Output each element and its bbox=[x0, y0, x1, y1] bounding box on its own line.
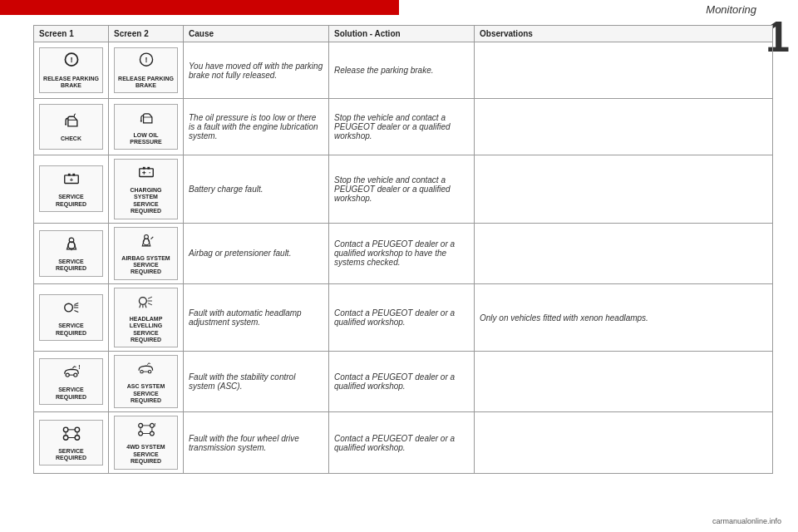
screen1-cell: ! RELEASE PARKINGBRAKE bbox=[34, 42, 109, 99]
screen1-icon-box: ! RELEASE PARKINGBRAKE bbox=[39, 47, 103, 94]
screen1-label: SERVICE REQUIRED bbox=[43, 194, 99, 208]
screen2-icon bbox=[135, 108, 158, 130]
main-content: Screen 1 Screen 2 Cause Solution - Actio… bbox=[33, 25, 773, 507]
screen2-cell: ! 4WD SYSTEMSERVICE REQUIRED bbox=[109, 412, 184, 473]
observations-cell bbox=[475, 352, 773, 412]
screen2-cell: HEADLAMP LEVELLINGSERVICE REQUIRED bbox=[109, 283, 184, 352]
svg-rect-7 bbox=[67, 174, 70, 176]
solution-cell: Contact a PEUGEOT dealer or a qualified … bbox=[329, 223, 475, 283]
solution-cell: Release the parking brake. bbox=[329, 42, 475, 99]
svg-point-19 bbox=[143, 239, 150, 245]
solution-cell: Contact a PEUGEOT dealer or a qualified … bbox=[329, 352, 475, 412]
solution-cell: Contact a PEUGEOT dealer or a qualified … bbox=[329, 412, 475, 473]
screen2-cell: ! RELEASE PARKING BRAKE bbox=[109, 42, 184, 99]
svg-point-18 bbox=[144, 234, 148, 239]
screen2-icon: ! bbox=[135, 52, 158, 73]
svg-point-36 bbox=[63, 427, 68, 432]
svg-text:!: ! bbox=[154, 423, 155, 428]
svg-line-28 bbox=[148, 303, 152, 304]
svg-point-33 bbox=[148, 371, 150, 373]
solution-cell: Stop the vehicle and contact a PEUGEOT d… bbox=[329, 99, 475, 155]
screen1-cell: ! SERVICE REQUIRED bbox=[34, 352, 109, 412]
screen2-icon-box: CHARGING SYSTEMSERVICE REQUIRED bbox=[114, 159, 178, 219]
table-row: ! RELEASE PARKINGBRAKE ! RELEASE PARKING… bbox=[34, 42, 773, 99]
screen1-cell: SERVICE REQUIRED bbox=[34, 412, 109, 473]
screen2-icon-box: ! RELEASE PARKING BRAKE bbox=[114, 47, 178, 94]
table-row: SERVICE REQUIRED ! 4WD SYSTEMSERVICE REQ… bbox=[34, 412, 773, 473]
svg-point-44 bbox=[138, 424, 142, 428]
screen1-icon-box: + SERVICE REQUIRED bbox=[39, 165, 103, 212]
screen2-label: AIRBAG SYSTEMSERVICE REQUIRED bbox=[118, 255, 174, 276]
screen2-label: 4WD SYSTEMSERVICE REQUIRED bbox=[118, 444, 174, 465]
screen1-label: SERVICE REQUIRED bbox=[43, 259, 99, 273]
screen1-icon-box: SERVICE REQUIRED bbox=[39, 420, 103, 466]
screen1-icon bbox=[60, 234, 83, 256]
screen2-icon-box: AIRBAG SYSTEMSERVICE REQUIRED bbox=[114, 227, 178, 280]
svg-rect-11 bbox=[142, 167, 145, 170]
cause-cell: Battery charge fault. bbox=[184, 155, 329, 224]
screen2-label: ASC SYSTEMSERVICE REQUIRED bbox=[118, 383, 174, 404]
cause-cell: Fault with the four wheel drive transmis… bbox=[184, 412, 329, 473]
table-row: + SERVICE REQUIRED CHARGING SYSTEMSERVIC… bbox=[34, 155, 773, 224]
col-observations: Observations bbox=[475, 26, 773, 42]
svg-point-5 bbox=[140, 120, 141, 121]
screen2-icon bbox=[135, 163, 158, 185]
svg-line-24 bbox=[73, 305, 78, 306]
svg-point-43 bbox=[150, 432, 154, 436]
col-cause: Cause bbox=[184, 26, 329, 42]
svg-point-4 bbox=[65, 124, 66, 126]
svg-rect-10 bbox=[139, 169, 153, 177]
col-screen1: Screen 1 bbox=[34, 26, 109, 42]
screen1-cell: + SERVICE REQUIRED bbox=[34, 155, 109, 224]
screen2-icon: ! bbox=[135, 420, 158, 441]
screen2-icon-box: LOW OIL PRESSURE bbox=[114, 104, 178, 150]
cause-cell: You have moved off with the parking brak… bbox=[184, 42, 329, 99]
screen2-cell: CHARGING SYSTEMSERVICE REQUIRED bbox=[109, 155, 184, 224]
svg-point-30 bbox=[73, 374, 76, 377]
screen1-cell: CHECK bbox=[34, 99, 109, 155]
screen1-icon: ! bbox=[60, 362, 83, 384]
screen2-icon-box: HEADLAMP LEVELLINGSERVICE REQUIRED bbox=[114, 288, 178, 348]
svg-point-25 bbox=[139, 297, 146, 304]
screen2-icon bbox=[135, 292, 158, 313]
screen2-label: CHARGING SYSTEMSERVICE REQUIRED bbox=[118, 187, 174, 215]
screen2-cell: LOW OIL PRESSURE bbox=[109, 99, 184, 155]
screen2-label: LOW OIL PRESSURE bbox=[118, 132, 174, 146]
svg-point-32 bbox=[140, 371, 142, 373]
solution-cell: Stop the vehicle and contact a PEUGEOT d… bbox=[329, 155, 475, 224]
svg-point-29 bbox=[66, 374, 69, 377]
svg-point-37 bbox=[75, 427, 80, 432]
screen1-icon-box: CHECK bbox=[39, 104, 103, 150]
svg-line-27 bbox=[148, 297, 152, 298]
footer-website: carmanualonline.info bbox=[712, 517, 781, 525]
screen2-label: RELEASE PARKING BRAKE bbox=[118, 76, 174, 90]
screen1-icon bbox=[60, 298, 83, 320]
cause-cell: Airbag or pretensioner fault. bbox=[184, 223, 329, 283]
svg-point-42 bbox=[138, 432, 142, 436]
screen1-icon: + bbox=[60, 170, 83, 191]
screen1-cell: SERVICE REQUIRED bbox=[34, 223, 109, 283]
svg-text:!: ! bbox=[78, 365, 80, 371]
screen1-label: SERVICE REQUIRED bbox=[43, 387, 99, 401]
screen1-icon-box: SERVICE REQUIRED bbox=[39, 230, 103, 277]
screen1-label: CHECK bbox=[61, 135, 81, 142]
screen1-icon-box: SERVICE REQUIRED bbox=[39, 294, 103, 341]
screen1-label: SERVICE REQUIRED bbox=[43, 323, 99, 337]
cause-cell: Fault with automatic headlamp adjustment… bbox=[184, 283, 329, 352]
observations-cell bbox=[475, 42, 773, 99]
screen1-label: SERVICE REQUIRED bbox=[43, 448, 99, 462]
screen2-label: HEADLAMP LEVELLINGSERVICE REQUIRED bbox=[118, 316, 174, 344]
screen1-label: RELEASE PARKINGBRAKE bbox=[43, 76, 99, 90]
screen1-cell: SERVICE REQUIRED bbox=[34, 283, 109, 352]
table-row: SERVICE REQUIRED AIRBAG SYSTEMSERVICE RE… bbox=[34, 223, 773, 283]
table-row: SERVICE REQUIRED HEADLAMP LEVELLINGSERVI… bbox=[34, 283, 773, 352]
screen1-icon: ! bbox=[60, 52, 83, 73]
solution-cell: Contact a PEUGEOT dealer or a qualified … bbox=[329, 283, 475, 352]
screen2-icon-box: ! 4WD SYSTEMSERVICE REQUIRED bbox=[114, 416, 178, 469]
col-screen2: Screen 2 bbox=[109, 26, 184, 42]
svg-text:!: ! bbox=[70, 55, 72, 64]
top-red-bar bbox=[0, 0, 399, 15]
cause-cell: Fault with the stability control system … bbox=[184, 352, 329, 412]
observations-cell bbox=[475, 99, 773, 155]
observations-cell bbox=[475, 412, 773, 473]
